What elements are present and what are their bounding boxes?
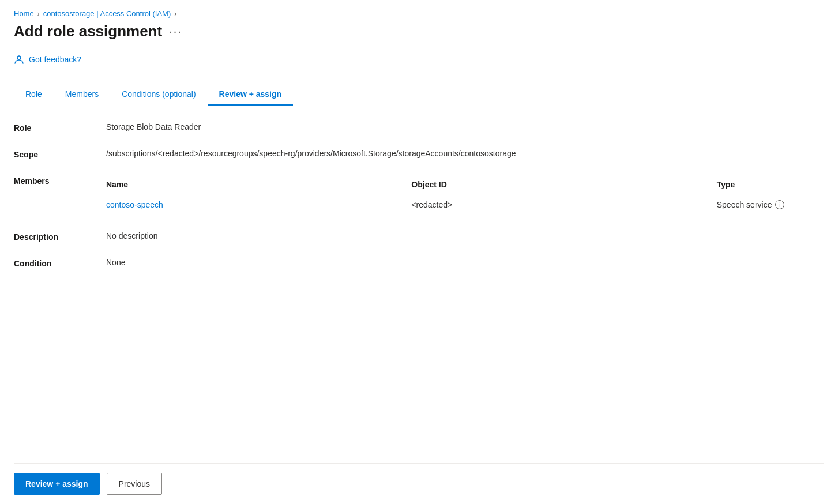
member-name: contoso-speech xyxy=(106,194,411,216)
member-type-text: Speech service xyxy=(717,200,772,209)
scope-value: /subscriptions/<redacted>/resourcegroups… xyxy=(106,149,516,158)
members-label: Members xyxy=(14,175,106,186)
condition-field-row: Condition None xyxy=(14,258,824,268)
page-title: Add role assignment xyxy=(14,22,162,40)
table-row: contoso-speech <redacted> Speech service… xyxy=(106,194,824,216)
description-value: No description xyxy=(106,231,158,240)
feedback-row[interactable]: Got feedback? xyxy=(14,54,824,74)
svg-point-0 xyxy=(17,56,21,59)
members-section: Members Name Object ID Type contoso-spee… xyxy=(14,175,824,215)
scope-label: Scope xyxy=(14,149,106,159)
scope-field-row: Scope /subscriptions/<redacted>/resource… xyxy=(14,149,824,159)
feedback-label: Got feedback? xyxy=(29,55,81,64)
breadcrumb-home[interactable]: Home xyxy=(14,9,34,18)
tab-role[interactable]: Role xyxy=(14,84,54,106)
role-label: Role xyxy=(14,122,106,133)
page-header: Add role assignment ··· xyxy=(14,22,824,40)
member-type: Speech service i xyxy=(717,194,824,216)
info-icon[interactable]: i xyxy=(775,200,784,209)
feedback-icon xyxy=(14,54,24,65)
col-header-type: Type xyxy=(717,175,824,194)
condition-value: None xyxy=(106,258,125,267)
tab-members[interactable]: Members xyxy=(54,84,110,106)
col-header-name: Name xyxy=(106,175,411,194)
page-container: Home › contosostorage | Access Control (… xyxy=(0,0,838,504)
breadcrumb: Home › contosostorage | Access Control (… xyxy=(14,9,824,18)
tab-bar: Role Members Conditions (optional) Revie… xyxy=(14,84,824,106)
tab-conditions[interactable]: Conditions (optional) xyxy=(110,84,207,106)
role-field-row: Role Storage Blob Data Reader xyxy=(14,122,824,133)
review-assign-button[interactable]: Review + assign xyxy=(14,473,100,495)
footer: Review + assign Previous xyxy=(14,463,824,495)
tab-review-assign[interactable]: Review + assign xyxy=(208,84,294,106)
col-header-objectid: Object ID xyxy=(411,175,716,194)
member-object-id: <redacted> xyxy=(411,194,716,216)
description-field-row: Description No description xyxy=(14,231,824,242)
previous-button[interactable]: Previous xyxy=(107,473,162,495)
breadcrumb-sep-1: › xyxy=(37,10,40,18)
condition-label: Condition xyxy=(14,258,106,268)
breadcrumb-sep-2: › xyxy=(174,10,176,18)
members-table: Name Object ID Type contoso-speech <reda… xyxy=(106,175,824,215)
more-options-icon[interactable]: ··· xyxy=(169,25,182,38)
content-area: Role Storage Blob Data Reader Scope /sub… xyxy=(14,122,824,463)
description-label: Description xyxy=(14,231,106,242)
breadcrumb-iam[interactable]: contosostorage | Access Control (IAM) xyxy=(43,9,171,18)
role-value: Storage Blob Data Reader xyxy=(106,122,201,131)
